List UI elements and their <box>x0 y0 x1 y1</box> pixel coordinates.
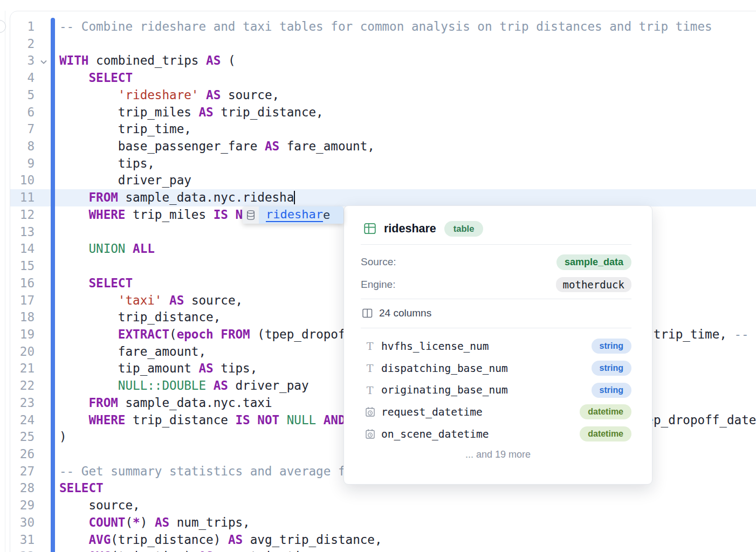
database-icon <box>243 206 259 224</box>
code-line[interactable]: -- Combine rideshare and taxi tables for… <box>59 18 756 36</box>
code-token: AS <box>206 53 221 67</box>
fold-chevron-icon[interactable] <box>40 57 47 63</box>
line-number: 8 <box>10 138 35 155</box>
code-token: (trip_distance) <box>111 533 228 547</box>
columns-icon <box>362 308 373 318</box>
code-token: AS <box>206 88 221 102</box>
code-token: -- in seconds <box>734 327 756 341</box>
code-token: sample_data.nyc.taxi <box>118 396 272 410</box>
code-line[interactable]: tips, <box>59 155 756 172</box>
code-token: ( <box>125 515 133 529</box>
code-token <box>59 515 88 529</box>
code-token: UNION <box>88 242 125 256</box>
code-line[interactable] <box>59 36 756 53</box>
code-line[interactable]: trip_miles AS trip_distance, <box>59 104 756 121</box>
line-number: 21 <box>10 360 35 377</box>
code-token <box>59 396 88 410</box>
column-row: Thvfhs_license_numstring <box>365 335 631 357</box>
code-line[interactable]: COUNT(*) AS num_trips, <box>59 514 756 532</box>
autocomplete-rest-text: e <box>323 208 330 222</box>
table-info-popup: rideshare table Source:sample_dataEngine… <box>343 205 652 485</box>
line-number: 19 <box>10 326 35 343</box>
code-token <box>316 413 324 427</box>
more-columns-text: ... and 19 more <box>344 449 652 460</box>
line-number: 22 <box>10 377 35 395</box>
code-token: avg_trip_distance, <box>243 533 382 547</box>
column-type-badge: datetime <box>580 426 631 441</box>
line-number: 15 <box>10 258 35 275</box>
text-type-icon: T <box>365 340 375 352</box>
code-token: AS <box>214 378 228 392</box>
code-line[interactable]: base_passenger_fare AS fare_amount, <box>59 138 756 155</box>
gutter: 1234567891011121314151617181920212223242… <box>10 18 35 552</box>
code-line[interactable]: 'rideshare' AS source, <box>59 87 756 104</box>
code-token: tips, <box>59 156 155 170</box>
code-line[interactable]: SELECT <box>59 70 756 87</box>
line-number: 12 <box>10 206 35 224</box>
line-number: 27 <box>10 463 35 480</box>
code-line[interactable]: trip_time, <box>59 121 756 138</box>
code-token: num_trips, <box>169 515 250 529</box>
popup-divider <box>361 244 631 245</box>
code-token: fare_amount, <box>279 139 375 153</box>
text-type-icon: T <box>365 362 375 374</box>
code-token: FROM <box>88 396 118 410</box>
line-number: 16 <box>10 275 35 292</box>
column-row: Tdispatching_base_numstring <box>365 357 631 380</box>
line-number: 25 <box>10 429 35 446</box>
code-token: source, <box>184 293 243 307</box>
code-token: source, <box>59 498 140 512</box>
code-line[interactable]: WITH combined_trips AS ( <box>59 52 756 70</box>
code-token: trip_miles <box>125 208 213 222</box>
datetime-type-icon <box>365 429 375 439</box>
table-name-title: rideshare <box>384 222 436 236</box>
code-token: WITH <box>59 53 88 67</box>
code-token: driver_pay <box>59 173 191 187</box>
left-panel-divider <box>5 11 5 552</box>
autocomplete-item-rideshare[interactable]: rideshare <box>259 206 343 224</box>
code-token: AS <box>198 361 213 375</box>
line-number: 5 <box>10 87 35 104</box>
code-token: EXTRACT <box>118 327 169 341</box>
code-token <box>59 242 88 256</box>
code-line[interactable]: AVG(trip_distance) AS avg_trip_distance, <box>59 532 756 549</box>
column-name: request_datetime <box>381 406 580 418</box>
column-row: on_scene_datetimedatetime <box>365 423 631 445</box>
meta-value-badge: motherduck <box>556 277 631 292</box>
code-line[interactable]: driver_pay <box>59 172 756 189</box>
code-token: AS <box>228 533 243 547</box>
code-token: epoch <box>177 327 214 341</box>
code-token <box>59 208 88 222</box>
code-token: AS <box>198 549 213 552</box>
code-token: * <box>133 515 140 529</box>
code-token: AVG <box>88 533 111 547</box>
meta-value-badge: sample_data <box>556 254 631 270</box>
line-number: 31 <box>10 532 35 549</box>
code-line[interactable]: source, <box>59 497 756 514</box>
table-type-badge: table <box>444 221 484 237</box>
code-token: SELECT <box>59 481 104 495</box>
code-token: AS <box>169 293 184 307</box>
code-token <box>206 378 214 392</box>
code-token: ) <box>140 515 155 529</box>
code-token <box>59 378 118 392</box>
code-line[interactable]: FROM sample_data.nyc.ridesha <box>59 189 756 206</box>
column-name: hvfhs_license_num <box>381 340 592 353</box>
code-token: trip_distance, <box>214 105 324 119</box>
code-token <box>125 242 133 256</box>
line-number: 24 <box>10 412 35 429</box>
popup-divider <box>361 299 631 299</box>
code-token: trip_distance, <box>59 310 221 324</box>
code-token: sample_data.nyc.ridesha <box>118 190 294 204</box>
popup-divider <box>361 328 631 328</box>
line-number: 10 <box>10 172 35 189</box>
code-token: WHERE <box>88 208 125 222</box>
meta-label: Engine: <box>361 279 395 291</box>
column-row: Toriginating_base_numstring <box>365 379 631 401</box>
code-token: base_passenger_fare <box>59 139 265 153</box>
code-line[interactable]: AVG(trip_time) AS avg_trip_time, <box>59 548 756 552</box>
column-type-badge: string <box>592 361 631 376</box>
text-type-icon: T <box>365 384 375 396</box>
code-token: ( <box>221 53 235 67</box>
code-token: trip_miles <box>59 105 198 119</box>
